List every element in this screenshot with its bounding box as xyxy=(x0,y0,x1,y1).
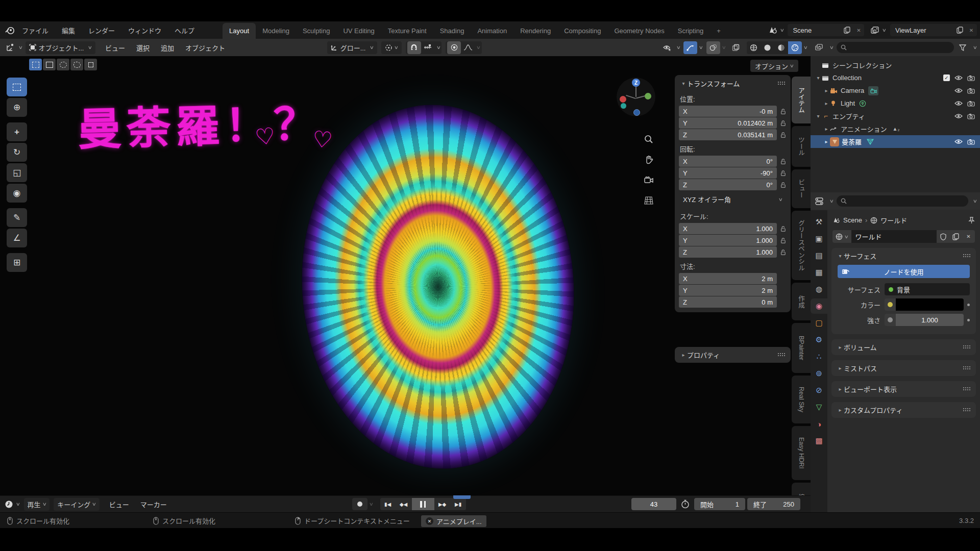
next-keyframe-button[interactable]: ▶◆ xyxy=(435,498,450,510)
render-camera-icon[interactable] xyxy=(967,101,975,107)
editor-type-icon[interactable] xyxy=(3,498,14,510)
tweak-tool-button[interactable] xyxy=(29,59,42,70)
use-preview-range-icon[interactable] xyxy=(681,499,690,509)
frame-end-field[interactable]: 終了 250 xyxy=(747,498,800,510)
select-box-button[interactable] xyxy=(43,59,56,70)
color-input-socket[interactable] xyxy=(885,298,896,311)
copy-datablock-icon[interactable] xyxy=(949,230,962,243)
viewlayer-icon[interactable] xyxy=(869,24,880,36)
scene-name[interactable]: Scene xyxy=(788,27,842,34)
row-animation[interactable]: ▸ アニメーション ▲₂ xyxy=(811,122,980,135)
properties-search-input[interactable] xyxy=(837,195,969,207)
rendered-shading-icon[interactable] xyxy=(788,41,802,54)
wireframe-shading-icon[interactable] xyxy=(747,41,761,54)
keying-menu[interactable]: キーイング ∨ xyxy=(54,498,100,511)
dim-y-field[interactable]: Y2 m xyxy=(679,285,777,296)
timeline-playhead[interactable] xyxy=(453,495,471,499)
tab-uv-editing[interactable]: UV Editing xyxy=(336,23,381,39)
transform-orientation-dropdown[interactable]: グロー... ∨ xyxy=(327,41,377,54)
menu-select[interactable]: 選択 xyxy=(131,43,155,53)
use-nodes-button[interactable]: ノードを使用 xyxy=(838,265,970,278)
hide-eye-icon[interactable] xyxy=(954,101,963,106)
scale-y-field[interactable]: Y1.000 xyxy=(679,235,777,246)
duplicate-viewlayer-icon[interactable] xyxy=(954,24,966,36)
tab-output-properties[interactable]: ▤ xyxy=(811,248,827,263)
select-lasso-button[interactable] xyxy=(70,59,83,70)
material-preview-icon[interactable] xyxy=(774,41,788,54)
tab-grease-pencil[interactable]: グリースペンシル xyxy=(792,211,811,280)
volume-panel[interactable]: ▸ボリューム xyxy=(831,339,976,355)
rotate-tool[interactable]: ↻ xyxy=(7,143,27,162)
unlock-icon[interactable] xyxy=(780,182,787,188)
cursor-tool[interactable]: ⊕ xyxy=(7,98,27,117)
select-more-button[interactable] xyxy=(84,59,97,70)
chevron-down-icon[interactable]: ∨ xyxy=(973,198,977,204)
current-frame-field[interactable]: 43 xyxy=(631,498,676,510)
tab-easy-hdri[interactable]: Easy HDRI xyxy=(792,426,811,480)
row-camera[interactable]: ▸ Camera xyxy=(811,84,980,97)
location-y-field[interactable]: Y0.012402 m xyxy=(679,117,777,129)
remove-viewlayer-icon[interactable]: ✕ xyxy=(966,24,977,36)
row-empty[interactable]: ▾ ⌐ エンプティ xyxy=(811,110,980,122)
menu-object[interactable]: オブジェクト xyxy=(180,43,231,53)
tab-world-properties[interactable]: ◉ xyxy=(811,298,827,314)
tab-tool-properties[interactable]: ⚒ xyxy=(811,214,827,230)
menu-file[interactable]: ファイル xyxy=(15,26,55,35)
unlock-icon[interactable] xyxy=(780,249,787,256)
tab-data-properties[interactable]: ▽ xyxy=(811,399,827,415)
tab-scripting[interactable]: Scripting xyxy=(671,23,710,39)
chevron-down-icon[interactable]: ∨ xyxy=(369,502,374,507)
breadcrumb-world[interactable]: ワールド xyxy=(880,215,907,225)
pause-button[interactable] xyxy=(412,498,434,510)
tab-real-sky[interactable]: Real Sky xyxy=(792,375,811,423)
breadcrumb-scene[interactable]: Scene xyxy=(843,216,862,224)
gizmos-toggle-icon[interactable] xyxy=(683,41,697,54)
tab-bpainter[interactable]: BPainter xyxy=(792,323,811,373)
panel-grip[interactable] xyxy=(963,387,971,391)
camera-view-icon[interactable] xyxy=(642,173,655,187)
row-scene-collection[interactable]: シーンコレクション xyxy=(811,59,980,71)
chevron-down-icon[interactable]: ∨ xyxy=(436,45,440,50)
row-collection[interactable]: ▾ Collection ✓ xyxy=(811,71,980,84)
world-name-field[interactable]: ワールド xyxy=(851,230,937,243)
scene-icon[interactable] xyxy=(767,24,778,36)
unlock-icon[interactable] xyxy=(780,170,787,177)
menu-help[interactable]: ヘルプ xyxy=(168,26,201,35)
prev-keyframe-button[interactable]: ◆◀ xyxy=(396,498,411,510)
options-button[interactable]: オプション ∨ xyxy=(750,60,798,72)
gizmo-z-axis[interactable]: Z xyxy=(632,79,640,87)
disclosure-open-icon[interactable]: ▾ xyxy=(815,75,822,81)
gizmo-neg-y-axis[interactable] xyxy=(621,103,626,109)
strength-slider[interactable]: 1.000 xyxy=(896,314,964,326)
unlock-icon[interactable] xyxy=(780,132,787,138)
dim-z-field[interactable]: Z0 m xyxy=(679,296,777,308)
world-browse-button[interactable]: ∨ xyxy=(832,230,851,243)
tab-viewlayer-properties[interactable]: ▦ xyxy=(811,265,827,280)
editor-type-icon[interactable] xyxy=(814,195,825,207)
location-z-field[interactable]: Z0.035141 m xyxy=(679,129,777,140)
render-camera-icon[interactable] xyxy=(967,113,975,119)
mandala-object[interactable] xyxy=(290,95,586,478)
tab-render-properties[interactable]: ▣ xyxy=(811,231,827,246)
panel-grip[interactable] xyxy=(963,408,971,412)
disclosure-closed-icon[interactable]: ▸ xyxy=(823,126,830,132)
surface-shader-field[interactable]: 背景 xyxy=(885,283,970,295)
chevron-down-icon[interactable]: ∨ xyxy=(829,45,834,50)
tab-object-properties[interactable]: ▢ xyxy=(811,315,827,331)
tab-create[interactable]: 作成 xyxy=(792,283,811,320)
tab-tool[interactable]: ツール xyxy=(792,126,811,167)
viewport-3d[interactable]: 曼荼羅！？ ♡ ♡ オプション ∨ ⊕ + ↻ ◱ ◉ ✎ ∠ ⊞ xyxy=(0,56,811,495)
disclosure-open-icon[interactable]: ▾ xyxy=(815,113,822,119)
tab-modeling[interactable]: Modeling xyxy=(256,23,296,39)
tab-edit[interactable]: 編集 xyxy=(792,483,811,495)
zoom-icon[interactable] xyxy=(642,133,655,146)
panel-grip[interactable] xyxy=(963,345,971,349)
fake-user-shield-icon[interactable] xyxy=(937,230,949,243)
filter-icon[interactable] xyxy=(957,42,968,53)
render-camera-icon[interactable] xyxy=(967,139,975,145)
chevron-down-icon[interactable]: ∨ xyxy=(803,45,808,50)
unlock-icon[interactable] xyxy=(780,226,787,232)
render-camera-icon[interactable] xyxy=(967,75,975,81)
tab-physics-properties[interactable]: ⊚ xyxy=(811,366,827,381)
surface-panel-header[interactable]: ▾ サーフェス xyxy=(831,248,976,264)
